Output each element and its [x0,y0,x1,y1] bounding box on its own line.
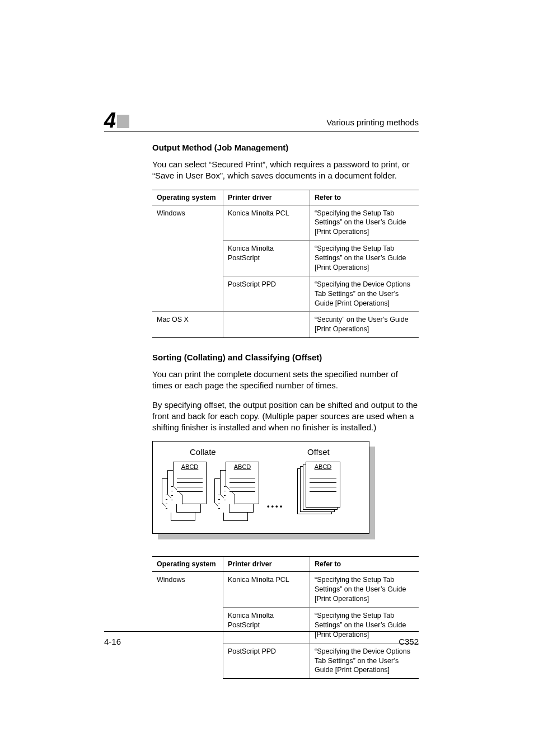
diagram-label-collate: Collate [190,447,216,457]
cell-refer: “Specifying the Setup Tab Settings” on t… [310,205,419,241]
table-row: Mac OS X “Security” on the User’s Guide … [152,312,419,338]
cell-refer: “Specifying the Device Options Tab Setti… [310,643,419,679]
table-header-row: Operating system Printer driver Refer to [152,190,419,205]
footer-rule [104,631,419,632]
chapter-number-block: 4 [104,110,129,131]
table-header-row: Operating system Printer driver Refer to [152,557,419,572]
doc-page [306,462,340,508]
section1-paragraph: You can select “Secured Print”, which re… [152,159,419,182]
cell-refer: “Specifying the Device Options Tab Setti… [310,276,419,312]
header-rule [104,131,419,132]
page-number: 4-16 [104,637,121,646]
th-driver: Printer driver [223,557,310,572]
cell-driver: Konica Minolta PCL [223,205,310,241]
running-header: Various printing methods [326,118,419,127]
section2-paragraph2: By specifying offset, the output positio… [152,400,419,434]
page: 4 Various printing methods Output Method… [0,0,534,756]
section-heading-sorting: Sorting (Collating) and Classifying (Off… [152,353,419,362]
chapter-number-bar [117,115,129,128]
cell-os: Windows [152,572,223,679]
table-sorting: Operating system Printer driver Refer to… [152,556,419,679]
cell-os: Mac OS X [152,312,223,338]
cell-driver [223,312,310,338]
cell-os: Windows [152,205,223,312]
diagram-container: Collate Offset [152,441,369,534]
doc-page [173,462,207,504]
cell-refer: “Security” on the User’s Guide [Print Op… [310,312,419,338]
table-row: Windows Konica Minolta PCL “Specifying t… [152,572,419,608]
cell-driver: Konica Minolta PostScript [223,608,310,644]
th-os: Operating system [152,190,223,205]
th-refer: Refer to [310,190,419,205]
content-area: Output Method (Job Management) You can s… [152,143,419,693]
cell-driver: PostScript PPD [223,276,310,312]
cell-driver: Konica Minolta PCL [223,572,310,608]
th-os: Operating system [152,557,223,572]
diagram-box: Collate Offset [152,441,369,534]
section-heading-output-method: Output Method (Job Management) [152,143,419,152]
cell-refer: “Specifying the Setup Tab Settings” on t… [310,572,419,608]
chapter-number: 4 [104,110,117,131]
section2-paragraph1: You can print the complete document sets… [152,369,419,392]
cell-driver: Konica Minolta PostScript [223,241,310,276]
doc-page [226,462,259,504]
table-output-method: Operating system Printer driver Refer to… [152,190,419,339]
model-number: C352 [399,637,419,646]
th-driver: Printer driver [223,190,310,205]
diagram-label-offset: Offset [307,447,330,457]
cell-refer: “Specifying the Setup Tab Settings” on t… [310,241,419,276]
table-row: Windows Konica Minolta PCL “Specifying t… [152,205,419,241]
cell-driver: PostScript PPD [223,643,310,679]
th-refer: Refer to [310,557,419,572]
ellipsis-icon: •••• [267,502,284,510]
section-sorting: Sorting (Collating) and Classifying (Off… [152,353,419,679]
